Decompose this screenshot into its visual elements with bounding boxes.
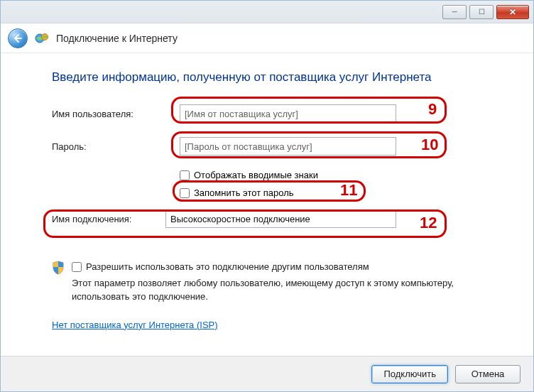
remember-password-row: Запомнить этот пароль [180, 187, 494, 198]
maximize-icon: ☐ [479, 8, 485, 16]
remember-password-checkbox[interactable] [180, 188, 190, 198]
content-area: Введите информацию, полученную от постав… [1, 53, 533, 337]
annotation-number-10: 10 [421, 136, 438, 154]
username-row: Имя пользователя: [52, 104, 494, 123]
globe-icon [35, 31, 49, 45]
password-label: Пароль: [52, 141, 180, 152]
maximize-button[interactable]: ☐ [469, 5, 494, 19]
footer: Подключить Отмена [1, 356, 533, 391]
username-label: Имя пользователя: [52, 109, 180, 119]
allow-others-label: Разрешить использовать это подключение д… [86, 261, 369, 274]
annotation-number-12: 12 [420, 214, 437, 232]
connection-name-input[interactable] [165, 209, 396, 228]
cancel-button[interactable]: Отмена [455, 365, 521, 383]
connect-button[interactable]: Подключить [371, 365, 448, 383]
show-chars-checkbox[interactable] [180, 170, 190, 180]
shield-icon [52, 261, 65, 275]
show-chars-row: Отображать вводимые знаки [180, 170, 494, 180]
username-input[interactable] [180, 104, 396, 123]
no-isp-link[interactable]: Нет поставщика услуг Интернета (ISP) [52, 320, 218, 330]
page-heading: Введите информацию, полученную от постав… [52, 70, 494, 85]
titlebar: ─ ☐ ✕ [1, 1, 533, 23]
password-input[interactable] [180, 137, 396, 156]
allow-others-description: Этот параметр позволяет любому пользоват… [72, 277, 494, 304]
arrow-left-icon [13, 33, 23, 43]
allow-other-users-block: Разрешить использовать это подключение д… [52, 261, 494, 304]
dialog-window: ─ ☐ ✕ Подключение к Интернету Введите ин… [0, 0, 534, 392]
remember-password-label: Запомнить этот пароль [194, 187, 294, 198]
annotation-number-11: 11 [340, 181, 357, 200]
show-chars-label: Отображать вводимые знаки [194, 170, 318, 180]
header-title: Подключение к Интернету [56, 33, 178, 44]
header: Подключение к Интернету [1, 23, 533, 53]
allow-others-checkbox[interactable] [72, 262, 82, 272]
annotation-number-9: 9 [428, 100, 437, 119]
connection-name-label: Имя подключения: [52, 214, 165, 224]
minimize-icon: ─ [452, 8, 457, 16]
close-icon: ✕ [509, 7, 516, 17]
minimize-button[interactable]: ─ [442, 5, 467, 19]
close-button[interactable]: ✕ [496, 5, 529, 19]
back-button[interactable] [8, 28, 28, 48]
